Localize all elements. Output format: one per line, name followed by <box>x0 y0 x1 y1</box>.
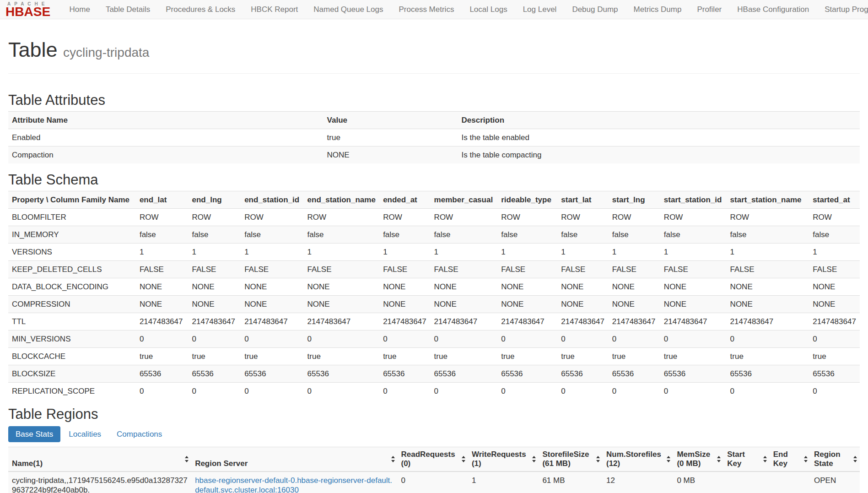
schema-property-value: NONE <box>136 296 189 313</box>
schema-property-name: BLOCKSIZE <box>8 365 136 383</box>
sort-icon[interactable] <box>804 456 808 462</box>
regions-column-label: Region Server <box>195 459 248 468</box>
schema-property-value: 0 <box>727 330 809 348</box>
nav-list-item: Process Metrics <box>391 0 462 19</box>
sort-icon[interactable] <box>853 456 857 462</box>
nav-item-process-metrics[interactable]: Process Metrics <box>391 0 462 19</box>
nav-item-procedures-locks[interactable]: Procedures & Locks <box>158 0 243 19</box>
tab-link-localities[interactable]: Localities <box>61 426 108 442</box>
region-server-link[interactable]: hbase-regionserver-default-0.hbase-regio… <box>195 476 392 493</box>
tab-link-base-stats[interactable]: Base Stats <box>8 426 60 442</box>
schema-property-value: 2147483647 <box>379 313 430 330</box>
schema-property-value: 2147483647 <box>189 313 241 330</box>
schema-property-value: 65536 <box>497 365 557 383</box>
tab-link-compactions[interactable]: Compactions <box>109 426 169 442</box>
sort-icon[interactable] <box>763 456 767 462</box>
schema-property-value: false <box>241 226 303 244</box>
nav-item-hbase-configuration[interactable]: HBase Configuration <box>729 0 817 19</box>
regions-column-header-readrequests-0[interactable]: ReadRequests (0) <box>398 447 468 472</box>
schema-property-value: true <box>304 348 380 365</box>
schema-property-value: 65536 <box>660 365 727 383</box>
schema-property-value: 0 <box>136 330 189 348</box>
schema-property-value: 0 <box>497 383 557 400</box>
schema-property-value: 65536 <box>557 365 608 383</box>
attribute-cell: Is the table compacting <box>458 146 860 164</box>
schema-row-blockcache: BLOCKCACHEtruetruetruetruetruetruetruetr… <box>8 348 860 365</box>
regions-column-label: Start Key <box>727 450 745 468</box>
schema-property-value: 0 <box>809 330 860 348</box>
schema-property-value: NONE <box>609 296 660 313</box>
schema-property-value: 65536 <box>379 365 430 383</box>
schema-property-value: true <box>497 348 557 365</box>
schema-property-value: NONE <box>189 278 241 296</box>
nav-item-debug-dump[interactable]: Debug Dump <box>564 0 625 19</box>
regions-column-header-storefilesize-61-mb[interactable]: StorefileSize (61 MB) <box>539 447 603 472</box>
regions-column-header-memsize-0-mb[interactable]: MemSize (0 MB) <box>673 447 723 472</box>
nav-list-item: Named Queue Logs <box>306 0 391 19</box>
schema-property-name: BLOOMFILTER <box>8 209 136 226</box>
page-content: Table cycling-tripdata Table Attributes … <box>0 38 868 493</box>
schema-property-value: NONE <box>189 296 241 313</box>
nav-item-home[interactable]: Home <box>62 0 98 19</box>
attribute-cell: NONE <box>323 146 458 164</box>
nav-item-log-level[interactable]: Log Level <box>515 0 565 19</box>
schema-property-value: ROW <box>136 209 189 226</box>
schema-property-name: IN_MEMORY <box>8 226 136 244</box>
schema-property-value: ROW <box>727 209 809 226</box>
schema-family-header-start-station-id: start_station_id <box>660 191 727 209</box>
schema-property-value: 0 <box>379 383 430 400</box>
schema-property-value: false <box>136 226 189 244</box>
schema-family-header-rideable-type: rideable_type <box>497 191 557 209</box>
schema-property-value: NONE <box>304 296 380 313</box>
sort-icon[interactable] <box>532 456 536 462</box>
sort-icon[interactable] <box>462 456 466 462</box>
sort-icon[interactable] <box>717 456 721 462</box>
schema-property-value: NONE <box>497 278 557 296</box>
schema-family-header-end-station-name: end_station_name <box>304 191 380 209</box>
nav-item-metrics-dump[interactable]: Metrics Dump <box>626 0 690 19</box>
nav-item-named-queue-logs[interactable]: Named Queue Logs <box>306 0 391 19</box>
sort-icon[interactable] <box>667 456 671 462</box>
schema-property-value: true <box>189 348 241 365</box>
schema-property-value: ROW <box>609 209 660 226</box>
sort-icon[interactable] <box>185 456 189 462</box>
nav-item-profiler[interactable]: Profiler <box>689 0 729 19</box>
schema-property-value: 2147483647 <box>431 313 498 330</box>
regions-header-row: Name(1)Region ServerReadRequests (0)Writ… <box>8 447 860 472</box>
sort-icon[interactable] <box>391 456 395 462</box>
region-num-storefiles-cell: 12 <box>603 471 673 493</box>
schema-property-value: NONE <box>497 296 557 313</box>
regions-column-header-region-server[interactable]: Region Server <box>191 447 397 472</box>
regions-column-header-start-key[interactable]: Start Key <box>723 447 769 472</box>
nav-item-hbck-report[interactable]: HBCK Report <box>243 0 306 19</box>
schema-property-value: 1 <box>241 244 303 261</box>
sort-icon[interactable] <box>596 456 600 462</box>
nav-item-startup-progress[interactable]: Startup Progress <box>817 0 868 19</box>
regions-column-header-writerequests-1[interactable]: WriteRequests (1) <box>468 447 539 472</box>
title-divider <box>8 73 860 74</box>
schema-heading: Table Schema <box>8 172 860 188</box>
regions-column-header-name-1[interactable]: Name(1) <box>8 447 191 472</box>
schema-property-value: FALSE <box>609 261 660 278</box>
nav-item-local-logs[interactable]: Local Logs <box>462 0 515 19</box>
regions-column-header-num-storefiles-12[interactable]: Num.Storefiles (12) <box>603 447 673 472</box>
tab-base-stats: Base Stats <box>8 426 60 442</box>
schema-property-value: NONE <box>660 278 727 296</box>
schema-property-value: 2147483647 <box>497 313 557 330</box>
nav-list-item: Home <box>62 0 98 19</box>
schema-property-name: COMPRESSION <box>8 296 136 313</box>
schema-property-value: ROW <box>304 209 380 226</box>
hbase-logo[interactable]: APACHE HBASE <box>5 1 49 18</box>
schema-property-value: true <box>727 348 809 365</box>
table-name: cycling-tripdata <box>63 45 149 60</box>
schema-property-name: BLOCKCACHE <box>8 348 136 365</box>
schema-property-value: NONE <box>557 278 608 296</box>
schema-property-value: false <box>809 226 860 244</box>
schema-property-value: ROW <box>660 209 727 226</box>
regions-column-header-region-state[interactable]: Region State <box>810 447 860 472</box>
nav-list-item: Procedures & Locks <box>158 0 243 19</box>
nav-item-table-details[interactable]: Table Details <box>98 0 158 19</box>
regions-column-header-end-key[interactable]: End Key <box>770 447 810 472</box>
regions-column-label: MemSize (0 MB) <box>677 450 710 468</box>
schema-property-value: 0 <box>609 330 660 348</box>
